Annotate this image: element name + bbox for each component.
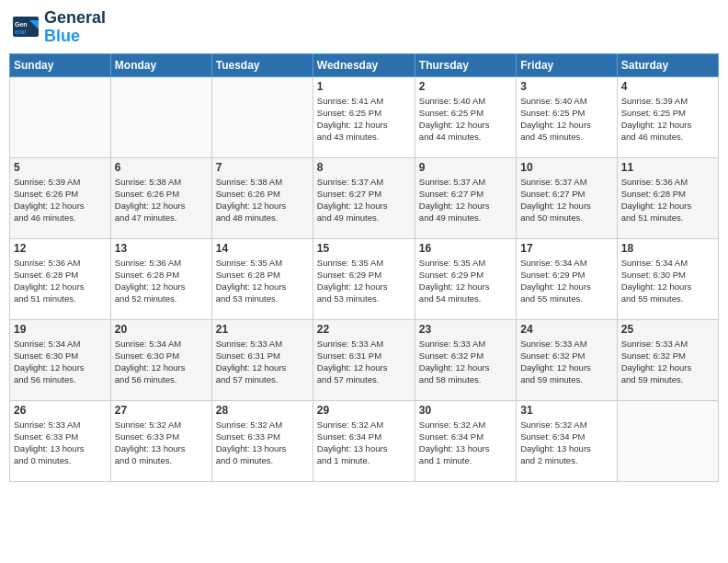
- day-info: Sunrise: 5:40 AM Sunset: 6:25 PM Dayligh…: [520, 95, 612, 144]
- day-number: 6: [115, 161, 208, 174]
- day-number: 22: [317, 323, 411, 336]
- calendar-cell: 22Sunrise: 5:33 AM Sunset: 6:31 PM Dayli…: [313, 319, 415, 400]
- calendar-cell: 4Sunrise: 5:39 AM Sunset: 6:25 PM Daylig…: [617, 76, 718, 157]
- calendar-cell: 10Sunrise: 5:37 AM Sunset: 6:27 PM Dayli…: [517, 157, 617, 238]
- weekday-header-thursday: Thursday: [415, 53, 516, 76]
- calendar-cell: 26Sunrise: 5:33 AM Sunset: 6:33 PM Dayli…: [10, 400, 111, 481]
- calendar-week-3: 12Sunrise: 5:36 AM Sunset: 6:28 PM Dayli…: [10, 238, 719, 319]
- day-number: 30: [419, 404, 512, 417]
- logo-text: General Blue: [44, 9, 106, 46]
- day-info: Sunrise: 5:36 AM Sunset: 6:28 PM Dayligh…: [115, 257, 208, 305]
- calendar-week-4: 19Sunrise: 5:34 AM Sunset: 6:30 PM Dayli…: [10, 319, 719, 400]
- day-number: 14: [216, 242, 309, 255]
- calendar-week-5: 26Sunrise: 5:33 AM Sunset: 6:33 PM Dayli…: [10, 400, 719, 481]
- svg-text:eral: eral: [15, 29, 27, 35]
- calendar-cell: 6Sunrise: 5:38 AM Sunset: 6:26 PM Daylig…: [110, 157, 211, 238]
- calendar-cell: [617, 400, 718, 481]
- day-number: 9: [419, 161, 512, 174]
- day-number: 15: [317, 242, 411, 255]
- calendar-cell: 14Sunrise: 5:35 AM Sunset: 6:28 PM Dayli…: [211, 238, 313, 319]
- calendar-cell: 11Sunrise: 5:36 AM Sunset: 6:28 PM Dayli…: [617, 157, 718, 238]
- weekday-header-monday: Monday: [110, 53, 211, 76]
- calendar-table: SundayMondayTuesdayWednesdayThursdayFrid…: [9, 53, 719, 482]
- day-info: Sunrise: 5:41 AM Sunset: 6:25 PM Dayligh…: [317, 95, 411, 144]
- weekday-header-tuesday: Tuesday: [211, 53, 313, 76]
- day-number: 27: [115, 404, 208, 417]
- day-info: Sunrise: 5:32 AM Sunset: 6:34 PM Dayligh…: [317, 419, 411, 467]
- day-number: 24: [520, 323, 612, 336]
- calendar-cell: 27Sunrise: 5:32 AM Sunset: 6:33 PM Dayli…: [110, 400, 211, 481]
- day-info: Sunrise: 5:33 AM Sunset: 6:33 PM Dayligh…: [14, 419, 107, 467]
- logo: Gen eral General Blue: [13, 9, 106, 46]
- calendar-cell: 25Sunrise: 5:33 AM Sunset: 6:32 PM Dayli…: [617, 319, 718, 400]
- day-number: 17: [520, 242, 612, 255]
- calendar-cell: 8Sunrise: 5:37 AM Sunset: 6:27 PM Daylig…: [313, 157, 415, 238]
- day-number: 11: [621, 161, 714, 174]
- calendar-cell: [10, 76, 111, 157]
- weekday-header-friday: Friday: [517, 53, 617, 76]
- day-info: Sunrise: 5:37 AM Sunset: 6:27 PM Dayligh…: [419, 176, 512, 224]
- calendar-cell: 23Sunrise: 5:33 AM Sunset: 6:32 PM Dayli…: [415, 319, 516, 400]
- calendar-cell: 9Sunrise: 5:37 AM Sunset: 6:27 PM Daylig…: [415, 157, 516, 238]
- day-number: 29: [317, 404, 411, 417]
- svg-text:Gen: Gen: [15, 21, 28, 28]
- day-info: Sunrise: 5:33 AM Sunset: 6:32 PM Dayligh…: [520, 338, 612, 386]
- day-number: 13: [115, 242, 208, 255]
- calendar-cell: [110, 76, 211, 157]
- calendar-cell: 7Sunrise: 5:38 AM Sunset: 6:26 PM Daylig…: [211, 157, 313, 238]
- day-number: 1: [317, 80, 411, 93]
- day-info: Sunrise: 5:35 AM Sunset: 6:29 PM Dayligh…: [419, 257, 512, 305]
- day-info: Sunrise: 5:34 AM Sunset: 6:30 PM Dayligh…: [14, 338, 107, 386]
- day-info: Sunrise: 5:38 AM Sunset: 6:26 PM Dayligh…: [216, 176, 309, 224]
- day-info: Sunrise: 5:40 AM Sunset: 6:25 PM Dayligh…: [419, 95, 512, 144]
- weekday-header-sunday: Sunday: [10, 53, 111, 76]
- day-number: 21: [216, 323, 309, 336]
- calendar-cell: [211, 76, 313, 157]
- day-info: Sunrise: 5:37 AM Sunset: 6:27 PM Dayligh…: [317, 176, 411, 224]
- day-info: Sunrise: 5:33 AM Sunset: 6:32 PM Dayligh…: [419, 338, 512, 386]
- day-number: 2: [419, 80, 512, 93]
- day-number: 28: [216, 404, 309, 417]
- calendar-cell: 18Sunrise: 5:34 AM Sunset: 6:30 PM Dayli…: [617, 238, 718, 319]
- day-info: Sunrise: 5:36 AM Sunset: 6:28 PM Dayligh…: [621, 176, 714, 224]
- day-number: 18: [621, 242, 714, 255]
- day-number: 4: [621, 80, 714, 93]
- calendar-cell: 30Sunrise: 5:32 AM Sunset: 6:34 PM Dayli…: [415, 400, 516, 481]
- calendar-cell: 12Sunrise: 5:36 AM Sunset: 6:28 PM Dayli…: [10, 238, 111, 319]
- calendar-cell: 21Sunrise: 5:33 AM Sunset: 6:31 PM Dayli…: [211, 319, 313, 400]
- day-info: Sunrise: 5:33 AM Sunset: 6:32 PM Dayligh…: [621, 338, 714, 386]
- calendar-cell: 19Sunrise: 5:34 AM Sunset: 6:30 PM Dayli…: [10, 319, 111, 400]
- day-info: Sunrise: 5:39 AM Sunset: 6:25 PM Dayligh…: [621, 95, 714, 144]
- day-info: Sunrise: 5:34 AM Sunset: 6:30 PM Dayligh…: [115, 338, 208, 386]
- calendar-cell: 20Sunrise: 5:34 AM Sunset: 6:30 PM Dayli…: [110, 319, 211, 400]
- day-info: Sunrise: 5:38 AM Sunset: 6:26 PM Dayligh…: [115, 176, 208, 224]
- calendar-cell: 1Sunrise: 5:41 AM Sunset: 6:25 PM Daylig…: [313, 76, 415, 157]
- day-number: 25: [621, 323, 714, 336]
- day-number: 10: [520, 161, 612, 174]
- calendar-cell: 16Sunrise: 5:35 AM Sunset: 6:29 PM Dayli…: [415, 238, 516, 319]
- day-number: 5: [14, 161, 107, 174]
- day-info: Sunrise: 5:33 AM Sunset: 6:31 PM Dayligh…: [317, 338, 411, 386]
- day-number: 23: [419, 323, 512, 336]
- day-info: Sunrise: 5:34 AM Sunset: 6:30 PM Dayligh…: [621, 257, 714, 305]
- day-info: Sunrise: 5:35 AM Sunset: 6:29 PM Dayligh…: [317, 257, 411, 305]
- calendar-body: 1Sunrise: 5:41 AM Sunset: 6:25 PM Daylig…: [10, 76, 719, 481]
- day-info: Sunrise: 5:32 AM Sunset: 6:33 PM Dayligh…: [115, 419, 208, 467]
- weekday-header-saturday: Saturday: [617, 53, 718, 76]
- weekday-header-row: SundayMondayTuesdayWednesdayThursdayFrid…: [10, 53, 719, 76]
- logo-icon: Gen eral: [13, 17, 40, 39]
- calendar-cell: 24Sunrise: 5:33 AM Sunset: 6:32 PM Dayli…: [517, 319, 617, 400]
- day-number: 12: [14, 242, 107, 255]
- day-number: 7: [216, 161, 309, 174]
- day-info: Sunrise: 5:32 AM Sunset: 6:34 PM Dayligh…: [520, 419, 612, 467]
- day-info: Sunrise: 5:35 AM Sunset: 6:28 PM Dayligh…: [216, 257, 309, 305]
- day-number: 16: [419, 242, 512, 255]
- day-number: 8: [317, 161, 411, 174]
- day-info: Sunrise: 5:36 AM Sunset: 6:28 PM Dayligh…: [14, 257, 107, 305]
- day-number: 19: [14, 323, 107, 336]
- calendar-week-2: 5Sunrise: 5:39 AM Sunset: 6:26 PM Daylig…: [10, 157, 719, 238]
- day-info: Sunrise: 5:39 AM Sunset: 6:26 PM Dayligh…: [14, 176, 107, 224]
- day-number: 31: [520, 404, 612, 417]
- day-info: Sunrise: 5:33 AM Sunset: 6:31 PM Dayligh…: [216, 338, 309, 386]
- calendar-cell: 13Sunrise: 5:36 AM Sunset: 6:28 PM Dayli…: [110, 238, 211, 319]
